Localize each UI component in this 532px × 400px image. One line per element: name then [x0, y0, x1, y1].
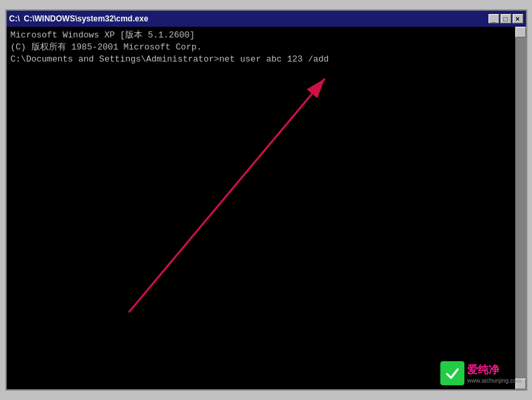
- watermark-text-block: 爱纯净 www.aichunjing.com: [467, 363, 522, 384]
- watermark-brand-cn: 爱纯净: [467, 363, 499, 377]
- terminal-line-1: Microsoft Windows XP [版本 5.1.2600]: [11, 29, 522, 41]
- minimize-button[interactable]: _: [489, 14, 499, 23]
- cmd-window: C:\ C:\WINDOWS\system32\cmd.exe _ □ × Mi…: [5, 9, 527, 391]
- scroll-track: [515, 37, 526, 379]
- close-button[interactable]: ×: [513, 14, 523, 23]
- window-title: C:\WINDOWS\system32\cmd.exe: [24, 14, 149, 23]
- title-bar: C:\ C:\WINDOWS\system32\cmd.exe _ □ ×: [7, 11, 526, 27]
- maximize-button[interactable]: □: [501, 14, 511, 23]
- watermark-brand-en: www.aichunjing.com: [467, 377, 522, 384]
- watermark: 爱纯净 www.aichunjing.com: [440, 361, 522, 385]
- terminal-line-2: (C) 版权所有 1985-2001 Microsoft Corp.: [11, 41, 522, 54]
- terminal-line-4: C:\Documents and Settings\Administrator>…: [11, 54, 522, 66]
- watermark-logo: [440, 361, 464, 385]
- terminal-body: Microsoft Windows XP [版本 5.1.2600] (C) 版…: [7, 27, 526, 389]
- title-bar-left: C:\ C:\WINDOWS\system32\cmd.exe: [9, 13, 149, 24]
- scroll-up-button[interactable]: ▲: [515, 27, 526, 37]
- scrollbar[interactable]: ▲ ▼: [515, 27, 526, 389]
- cmd-icon: C:\: [9, 13, 20, 24]
- annotation-arrow: [7, 27, 526, 389]
- svg-line-1: [128, 78, 325, 312]
- window-controls: _ □ ×: [489, 14, 523, 23]
